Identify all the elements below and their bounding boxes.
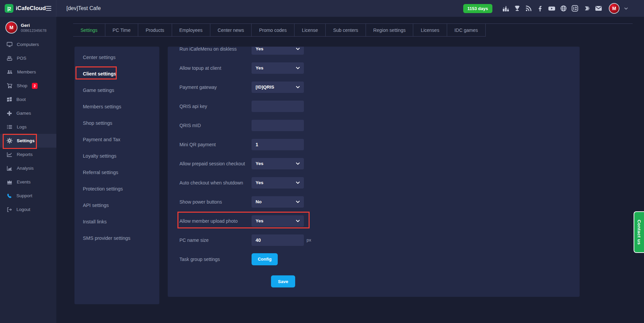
icafecloud-icon[interactable] bbox=[572, 5, 578, 12]
menu-item-payment-and-tax[interactable]: Payment and Tax bbox=[74, 131, 159, 148]
user-avatar[interactable]: M bbox=[609, 3, 620, 14]
pc-name-size-input[interactable] bbox=[252, 234, 304, 246]
menu-item-client-settings[interactable]: Client settings bbox=[74, 65, 159, 82]
layers-icon[interactable] bbox=[583, 5, 590, 12]
sidebar-item-label: Logout bbox=[16, 207, 30, 212]
select-value: No bbox=[256, 199, 262, 204]
form-row: Payment gateway [ID]QRIS bbox=[179, 77, 580, 97]
sidebar-item-logs[interactable]: Logs bbox=[0, 120, 56, 134]
save-button[interactable]: Save bbox=[271, 275, 295, 287]
allow-prepaid-session-checkout-select[interactable]: Yes bbox=[252, 158, 304, 169]
header-actions: 1153 days M bbox=[463, 3, 644, 14]
icafecloud-logo-icon: |2 bbox=[5, 4, 13, 13]
app-logo-text: iCafeCloud bbox=[16, 5, 46, 12]
task-group-config-button[interactable]: Config bbox=[252, 253, 278, 265]
crown-icon bbox=[7, 179, 12, 185]
sidebar-avatar: M bbox=[5, 21, 17, 34]
select-value: Yes bbox=[256, 218, 263, 223]
mail-icon[interactable] bbox=[595, 5, 602, 12]
form-row: PC name size px bbox=[179, 230, 580, 250]
allow-member-upload-photo-select[interactable]: Yes bbox=[252, 215, 304, 227]
qris-api-key-input[interactable] bbox=[252, 101, 304, 112]
select-value: [ID]QRIS bbox=[256, 85, 274, 90]
form-row: Task group settings Config bbox=[179, 250, 580, 269]
tab-promo-codes[interactable]: Promo codes bbox=[252, 24, 294, 37]
sidebar-item-members[interactable]: Members bbox=[0, 65, 56, 79]
rss-icon[interactable] bbox=[525, 5, 532, 12]
allow-topup-at-client-select[interactable]: Yes bbox=[252, 62, 304, 74]
ranking-icon[interactable] bbox=[502, 5, 509, 12]
cash-register-icon bbox=[7, 55, 12, 61]
hamburger-menu-icon[interactable] bbox=[46, 5, 51, 12]
sidebar-item-analysis[interactable]: Analysis bbox=[0, 161, 56, 175]
sidebar-item-games[interactable]: Games bbox=[0, 106, 56, 120]
youtube-icon[interactable] bbox=[548, 5, 555, 12]
facebook-icon[interactable] bbox=[537, 5, 543, 12]
save-row: Save bbox=[179, 275, 580, 287]
sidebar: M Geri 008612345678 Computers POS Member… bbox=[0, 17, 56, 323]
line-chart-icon bbox=[7, 152, 12, 157]
logo-area: |2 iCafeCloud bbox=[0, 0, 56, 17]
menu-item-center-settings[interactable]: Center settings bbox=[74, 49, 159, 65]
menu-item-protection-settings[interactable]: Protection settings bbox=[74, 180, 159, 197]
select-value: Yes bbox=[256, 47, 263, 51]
sidebar-item-boot[interactable]: Boot bbox=[0, 93, 56, 106]
chevron-down-icon bbox=[296, 201, 300, 203]
tab-center-news[interactable]: Center news bbox=[210, 24, 252, 37]
sidebar-item-support[interactable]: Support bbox=[0, 189, 56, 203]
menu-item-members-settings[interactable]: Members settings bbox=[74, 98, 159, 115]
menu-item-install-links[interactable]: Install links bbox=[74, 213, 159, 230]
globe-icon[interactable] bbox=[560, 5, 567, 12]
tab-region-settings[interactable]: Region settings bbox=[366, 24, 414, 37]
logout-icon bbox=[7, 207, 12, 212]
menu-item-api-settings[interactable]: API settings bbox=[74, 197, 159, 213]
tab-products[interactable]: Products bbox=[138, 24, 172, 37]
menu-item-game-settings[interactable]: Game settings bbox=[74, 82, 159, 98]
sidebar-item-reports[interactable]: Reports bbox=[0, 148, 56, 161]
auto-checkout-when-shutdown-select[interactable]: Yes bbox=[252, 177, 304, 189]
field-label: Show power buttons bbox=[179, 199, 252, 205]
form-row: QRIS api key bbox=[179, 97, 580, 116]
app-logo[interactable]: |2 iCafeCloud bbox=[5, 4, 46, 13]
form-row: Allow topup at client Yes bbox=[179, 58, 580, 77]
menu-item-sms-provider-settings[interactable]: SMS provider settings bbox=[74, 230, 159, 246]
menu-item-shop-settings[interactable]: Shop settings bbox=[74, 115, 159, 131]
contact-us-tab[interactable]: Contact us bbox=[634, 211, 644, 253]
trophy-icon[interactable] bbox=[514, 5, 521, 12]
field-label: Payment gateway bbox=[179, 85, 252, 90]
tab-license[interactable]: License bbox=[294, 24, 326, 37]
qris-mid-input[interactable] bbox=[252, 120, 304, 131]
chevron-down-icon[interactable] bbox=[624, 7, 628, 10]
field-label: Allow prepaid session checkout bbox=[179, 161, 252, 166]
show-power-buttons-select[interactable]: No bbox=[252, 196, 304, 208]
client-settings-form: Run iCafeMenu on diskless Yes Allow topu… bbox=[168, 47, 580, 297]
sidebar-item-logout[interactable]: Logout bbox=[0, 203, 56, 216]
license-days-badge[interactable]: 1153 days bbox=[463, 4, 492, 13]
sidebar-item-label: Members bbox=[17, 69, 36, 74]
tab-sub-centers[interactable]: Sub centers bbox=[326, 24, 366, 37]
form-row: Show power buttons No bbox=[179, 192, 580, 211]
sidebar-item-label: POS bbox=[17, 56, 26, 61]
cart-icon bbox=[7, 83, 12, 89]
tab-licenses[interactable]: Licenses bbox=[413, 24, 447, 37]
sidebar-item-events[interactable]: Events bbox=[0, 175, 56, 189]
sidebar-item-settings[interactable]: Settings bbox=[0, 134, 56, 148]
menu-item-loyalty-settings[interactable]: Loyalty settings bbox=[74, 148, 159, 164]
run-icafemenu-on-diskless-select[interactable]: Yes bbox=[252, 47, 304, 55]
tab-settings[interactable]: Settings bbox=[73, 24, 105, 37]
sidebar-user: M Geri 008612345678 bbox=[0, 17, 56, 34]
tab-employees[interactable]: Employees bbox=[172, 24, 210, 37]
sidebar-item-computers[interactable]: Computers bbox=[0, 38, 56, 51]
field-label: Allow member upload photo bbox=[179, 218, 252, 224]
sidebar-item-label: Logs bbox=[17, 124, 26, 129]
sidebar-item-shop[interactable]: Shop 2 bbox=[0, 79, 56, 93]
tab-idc-games[interactable]: IDC games bbox=[447, 24, 486, 37]
sidebar-item-pos[interactable]: POS bbox=[0, 51, 56, 65]
mini-qr-payment-input[interactable] bbox=[252, 139, 304, 150]
payment-gateway-select[interactable]: [ID]QRIS bbox=[252, 82, 304, 93]
chevron-down-icon bbox=[296, 86, 300, 88]
menu-item-referral-settings[interactable]: Referral settings bbox=[74, 164, 159, 180]
tab-pc-time[interactable]: PC Time bbox=[105, 24, 139, 37]
user-name: Geri bbox=[21, 23, 47, 28]
area-chart-icon bbox=[7, 165, 12, 171]
